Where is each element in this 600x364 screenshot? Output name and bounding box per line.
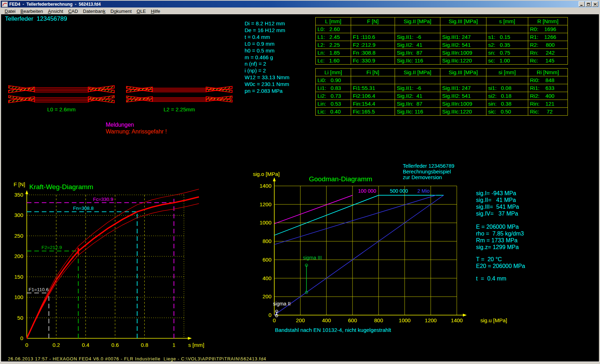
column-header: Sig.III [MPa] bbox=[440, 17, 486, 25]
parameter-line: m = 0.466 g bbox=[245, 54, 289, 61]
table-cell bbox=[486, 76, 528, 84]
menu-item-ansicht[interactable]: Ansicht bbox=[45, 9, 66, 14]
menu-item-bearbeiten[interactable]: Bearbeiten bbox=[18, 9, 45, 14]
table-cell: Sig.III1: 247 bbox=[440, 84, 486, 92]
x-tick-label: 600 bbox=[348, 317, 357, 323]
window-controls bbox=[579, 1, 598, 7]
table-cell: Sig.IIIc:1220 bbox=[440, 57, 486, 65]
spring-section-l2 bbox=[126, 85, 233, 103]
menu-item-hilfe[interactable]: Hilfe bbox=[149, 9, 163, 14]
table-cell: F2 :212.9 bbox=[351, 41, 395, 49]
minimize-button[interactable] bbox=[579, 1, 585, 7]
window-bottom-border bbox=[0, 362, 600, 364]
table-cell: s2: 0.35 bbox=[486, 41, 528, 49]
results-table-single: Li [mm]Fi [N]Sig.II [MPa]Sig.III [MPa]si… bbox=[315, 68, 568, 116]
table-cell: Li2: 0.73 bbox=[316, 92, 351, 100]
table-cell: Sig.IIc: 116 bbox=[395, 108, 440, 116]
column-header: Sig.II [MPa] bbox=[395, 69, 440, 76]
x-axis-label: sig.u [MPa] bbox=[480, 317, 507, 323]
marker-label: F2=212.9 bbox=[41, 245, 62, 250]
stress-label: sigma II bbox=[273, 301, 291, 307]
y-axis-label: sig.o [MPa] bbox=[253, 171, 280, 177]
table-row: Li2: 0.73Fi2:106.4Sig.II2: 41Sig.III2: 5… bbox=[316, 92, 568, 100]
cycle-label: 2 Mio bbox=[418, 188, 430, 194]
chart-title: Goodman-Diagramm bbox=[309, 175, 372, 183]
info-line: E = 206000 MPa bbox=[476, 223, 524, 230]
table-cell: Sig.IIn: 87 bbox=[395, 100, 440, 108]
menu-item-ole[interactable]: OLE bbox=[134, 9, 149, 14]
parameter-line: W0c = 230.1 Nmm bbox=[245, 81, 289, 88]
client-area: Tellerfeder 123456789 Di = 8.2 H12 mmDe … bbox=[1, 14, 599, 362]
table-cell: Fic:165.5 bbox=[351, 108, 395, 116]
parameter-line: Di = 8.2 H12 mm bbox=[245, 20, 289, 27]
table-cell: L0: 2.60 bbox=[316, 25, 351, 33]
spring-label-l2: L2 = 2.25mm bbox=[126, 106, 233, 112]
cycle-label: 100 000 bbox=[358, 188, 376, 194]
table-row: Li1: 0.83Fi1:55.31Sig.II1: -6Sig.III1: 2… bbox=[316, 84, 568, 92]
window-title: FED4 - Tellerfederberechnung - 562413.fd… bbox=[9, 2, 579, 7]
table-cell: F1 :110.6 bbox=[351, 33, 395, 41]
table-cell: Li0: 0.90 bbox=[316, 76, 351, 84]
menu-item-dokument[interactable]: Dokument bbox=[108, 9, 134, 14]
x-tick-label: 200 bbox=[296, 317, 305, 323]
table-cell: sc: 1.00 bbox=[486, 57, 528, 65]
close-icon bbox=[594, 3, 597, 6]
table-cell: Ln: 1.85 bbox=[316, 49, 351, 57]
table-cell: Sig.IIIn:1009 bbox=[440, 100, 486, 108]
table-cell: Fn :308.8 bbox=[351, 49, 395, 57]
series-sig.o = sig.u bbox=[274, 195, 444, 315]
series-2 Mio bbox=[274, 195, 436, 244]
table-cell: si2: 0.18 bbox=[486, 92, 528, 100]
table-cell bbox=[440, 76, 486, 84]
close-button[interactable] bbox=[592, 1, 598, 7]
table-cell: sin: 0.38 bbox=[486, 100, 528, 108]
cycle-label: 500 000 bbox=[390, 188, 408, 194]
x-tick-label: 1000 bbox=[399, 317, 410, 323]
x-tick-label: 800 bbox=[374, 317, 383, 323]
x-tick-label: 1200 bbox=[425, 317, 436, 323]
table-cell: Sig.II1: -6 bbox=[395, 33, 440, 41]
y-tick-label: 400 bbox=[262, 275, 271, 281]
column-header: Fi [N] bbox=[351, 69, 395, 76]
spring-curve-icon bbox=[2, 2, 7, 6]
title-bar: FED4 - Tellerfederberechnung - 562413.fd… bbox=[1, 1, 599, 7]
info-line: T = 20 °C bbox=[476, 256, 525, 263]
x-tick-label: 0 bbox=[25, 342, 28, 348]
stress-label: sigma III bbox=[303, 255, 322, 261]
chart-title: Kraft-Weg-Diagramm bbox=[29, 183, 93, 191]
info-line: sig.IV= 37 MPa bbox=[476, 210, 519, 217]
status-bar: 26.06.2013 17:57 - HEXAGON FED4 V6.0 #00… bbox=[8, 357, 266, 362]
menu-item-datenbank[interactable]: Datenbank bbox=[80, 9, 108, 14]
column-header: s [mm] bbox=[486, 17, 528, 25]
table1-grid: L [mm]F [N]Sig.II [MPa]Sig.III [MPa]s [m… bbox=[315, 17, 568, 65]
table-cell: R1: 1266 bbox=[528, 33, 568, 41]
minimize-icon bbox=[580, 3, 583, 6]
series-500 000 bbox=[274, 195, 444, 235]
y-tick-label: 200 bbox=[14, 253, 23, 259]
table-cell: L1: 2.45 bbox=[316, 33, 351, 41]
table-cell: sic: 0.50 bbox=[486, 108, 528, 116]
x-axis-arrow bbox=[463, 314, 467, 317]
column-header: Sig.III [MPa] bbox=[440, 69, 486, 76]
info-line: Rm = 1733 MPa bbox=[476, 237, 524, 244]
maximize-button[interactable] bbox=[585, 1, 591, 7]
x-tick-label: 1 bbox=[172, 342, 175, 348]
table-cell: Sig.IIc: 116 bbox=[395, 57, 440, 65]
spring-section-l0 bbox=[8, 85, 115, 103]
info-line: t = 0.4 mm bbox=[476, 275, 506, 282]
table-cell: Sig.IIn: 87 bbox=[395, 49, 440, 57]
table-cell: L2: 2.25 bbox=[316, 41, 351, 49]
x-tick-label: 0.4 bbox=[82, 342, 89, 348]
table-cell: Fi1:55.31 bbox=[351, 84, 395, 92]
spring-drawing-l2: L2 = 2.25mm bbox=[126, 85, 233, 112]
menu-item-cad[interactable]: CAD bbox=[66, 9, 80, 14]
table-cell: Ri1: 633 bbox=[528, 84, 568, 92]
info-line: sig.II= 41 MPa bbox=[476, 197, 519, 203]
info-line: sig.I= -943 MPa bbox=[476, 190, 519, 197]
kraft-weg-chart: 05010015020025030035000.20.40.60.81F [N]… bbox=[7, 164, 236, 357]
column-header: F [N] bbox=[351, 17, 395, 25]
table-cell bbox=[486, 25, 528, 33]
y-tick-label: 1000 bbox=[260, 219, 271, 226]
spring-drawing-l0: L0 = 2.6mm bbox=[8, 85, 115, 112]
menu-item-datei[interactable]: Datei bbox=[2, 9, 18, 14]
